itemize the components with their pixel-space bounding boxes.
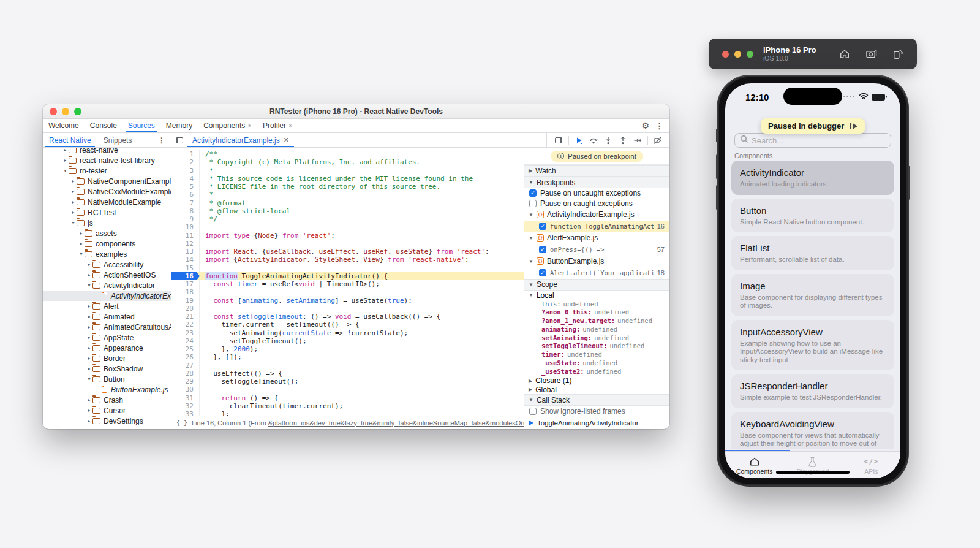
minimize-button[interactable] (734, 51, 741, 58)
zoom-button[interactable] (747, 51, 753, 58)
checkbox-unchecked[interactable] (529, 408, 537, 415)
tab-welcome[interactable]: Welcome (43, 119, 85, 132)
line-number[interactable]: 14 (172, 256, 200, 264)
sidebar-item-appearance[interactable]: ▸Appearance (43, 343, 171, 353)
sidebar-item-accessibility[interactable]: ▸Accessibility (43, 259, 171, 270)
sidebar-item-activityindicator[interactable]: ▾ActivityIndicator (43, 280, 171, 291)
step-icon[interactable] (631, 134, 644, 147)
close-button[interactable] (722, 51, 729, 58)
sidebar-item-react-native-test-library[interactable]: ▸react-native-test-library (43, 155, 171, 166)
breakpoints-section-header[interactable]: ▼Breakpoints (524, 177, 669, 188)
line-number[interactable]: 18 (172, 288, 200, 296)
component-card-keyboardavoidingview[interactable]: KeyboardAvoidingViewBase component for v… (731, 412, 894, 449)
sidebar-item-rn-tester[interactable]: ▾rn-tester (43, 166, 171, 176)
tab-sources[interactable]: Sources (123, 119, 160, 132)
sidebar-item-buttonexample-js[interactable]: ButtonExample.js (43, 384, 171, 395)
phone-tab-components[interactable]: Components (725, 452, 783, 478)
sidebar-item-alert[interactable]: ▸Alert (43, 301, 171, 311)
checkbox-checked[interactable]: ✓ (539, 246, 546, 253)
line-number[interactable]: 5 (172, 183, 200, 191)
component-card-flatlist[interactable]: FlatListPerformant, scrollable list of d… (731, 236, 894, 270)
scope-variable[interactable]: this:undefined (524, 300, 669, 309)
line-number[interactable]: 4 (172, 175, 200, 183)
screenshot-camera-icon[interactable] (865, 48, 877, 59)
sidebar-item-react-native[interactable]: ▸react-native (43, 148, 171, 155)
line-number[interactable]: 11 (172, 232, 200, 240)
checkbox-checked[interactable]: ✓ (529, 189, 537, 197)
scope-variable[interactable]: ?anon_0_this:undefined (524, 308, 669, 317)
sidebar-item-appstate[interactable]: ▸AppState (43, 332, 171, 343)
line-number[interactable]: 19 (172, 297, 200, 305)
tab-components[interactable]: Components✳ (198, 119, 257, 132)
search-input[interactable] (752, 136, 886, 145)
breakpoint-file-alertexample-js[interactable]: ▼{}AlertExample.js (524, 232, 669, 244)
tab-console[interactable]: Console (85, 119, 123, 132)
sidebar-item-rcttest[interactable]: ▸RCTTest (43, 207, 171, 218)
toggle-debugger-sidebar-icon[interactable] (552, 134, 565, 147)
line-number[interactable]: 24 (172, 337, 200, 345)
sidebar-item-animated[interactable]: ▸Animated (43, 311, 171, 322)
line-number[interactable]: 6 (172, 191, 200, 199)
line-number[interactable]: 30 (172, 386, 200, 394)
line-number[interactable]: 8 (172, 207, 200, 215)
component-card-inputaccessoryview[interactable]: InputAccessoryViewExample showing how to… (731, 320, 894, 371)
callstack-section-header[interactable]: ▼Call Stack (524, 394, 669, 406)
sidebar-item-border[interactable]: ▸Border (43, 353, 171, 363)
line-number[interactable]: 32 (172, 402, 200, 410)
line-number[interactable]: 25 (172, 345, 200, 353)
more-options-icon[interactable]: ⋮ (655, 121, 663, 131)
line-number[interactable]: 9 (172, 215, 200, 223)
line-number[interactable]: 2 (172, 158, 200, 166)
component-card-activityindicator[interactable]: ActivityIndicatorAnimated loading indica… (731, 161, 894, 195)
scope-variable[interactable]: _useState:undefined (524, 359, 669, 368)
scope-global-row[interactable]: ▶Global (524, 386, 669, 395)
sidebar-item-nativemoduleexample[interactable]: ▸NativeModuleExample (43, 197, 171, 207)
breakpoint-file-buttonexample-js[interactable]: ▼{}ButtonExample.js (524, 256, 669, 267)
close-tab-icon[interactable]: ✕ (284, 136, 289, 144)
navigator-tab-react-native[interactable]: React Native (43, 133, 97, 147)
rotate-device-icon[interactable] (892, 48, 903, 59)
line-number[interactable]: 17 (172, 280, 200, 288)
checkbox-checked[interactable]: ✓ (539, 223, 546, 230)
line-number[interactable]: 20 (172, 305, 200, 313)
navigator-more-icon[interactable]: ⋮ (158, 133, 171, 147)
line-number[interactable]: 21 (172, 313, 200, 321)
code-area[interactable]: 1/**2 * Copyright (c) Meta Platforms, In… (172, 148, 524, 416)
pause-caught-row[interactable]: Pause on caught exceptions (524, 199, 669, 209)
line-number[interactable]: 31 (172, 394, 200, 402)
deactivate-breakpoints-icon[interactable] (651, 134, 665, 147)
sidebar-item-actionsheetios[interactable]: ▸ActionSheetIOS (43, 270, 171, 280)
ignore-listed-row[interactable]: Show ignore-listed frames (524, 406, 669, 417)
line-number[interactable]: 7 (172, 199, 200, 207)
checkbox-unchecked[interactable] (529, 200, 537, 207)
line-number[interactable]: 33 (172, 410, 200, 416)
step-over-icon[interactable] (587, 134, 600, 147)
scope-section-header[interactable]: ▼Scope (524, 279, 669, 291)
component-card-button[interactable]: ButtonSimple React Native button compone… (731, 199, 894, 233)
line-number[interactable]: 15 (172, 264, 200, 272)
sidebar-item-boxshadow[interactable]: ▸BoxShadow (43, 363, 171, 374)
watch-section-header[interactable]: ▶Watch (524, 165, 669, 177)
breakpoint-file-activityindicatorexample-js[interactable]: ▼{}ActivityIndicatorExample.js (524, 209, 669, 221)
toggle-navigator-icon[interactable] (172, 133, 187, 147)
tab-profiler[interactable]: Profiler✳ (257, 119, 298, 132)
sidebar-item-nativecxxmoduleexample[interactable]: ▸NativeCxxModuleExample (43, 186, 171, 197)
sidebar-item-animatedgratuitousapp[interactable]: ▸AnimatedGratuitousApp (43, 322, 171, 332)
pause-uncaught-row[interactable]: ✓ Pause on uncaught exceptions (524, 188, 669, 199)
home-indicator[interactable] (776, 471, 850, 474)
breakpoint-entry[interactable]: ✓Alert.alert(`Your application…18 (524, 267, 669, 279)
line-number[interactable]: 10 (172, 223, 200, 231)
line-number[interactable]: 26 (172, 353, 200, 361)
line-number[interactable]: 22 (172, 321, 200, 329)
line-number[interactable]: 13 (172, 248, 200, 256)
component-card-jsresponderhandler[interactable]: JSResponderHandlerSimple example to test… (731, 374, 894, 408)
line-number[interactable]: 3 (172, 167, 200, 175)
open-file-tab[interactable]: ActivityIndicatorExample.js ✕ (187, 133, 294, 147)
home-button-icon[interactable] (839, 48, 850, 59)
sidebar-item-devsettings[interactable]: ▸DevSettings (43, 416, 171, 426)
paused-in-debugger-banner[interactable]: Paused in debugger (761, 118, 865, 134)
sidebar-item-nativecomponentexample-j[interactable]: ▸NativeComponentExample/j (43, 176, 171, 186)
component-card-image[interactable]: ImageBase component for displaying diffe… (731, 274, 894, 316)
sidebar-item-cursor[interactable]: ▸Cursor (43, 405, 171, 416)
line-number[interactable]: 29 (172, 378, 200, 386)
